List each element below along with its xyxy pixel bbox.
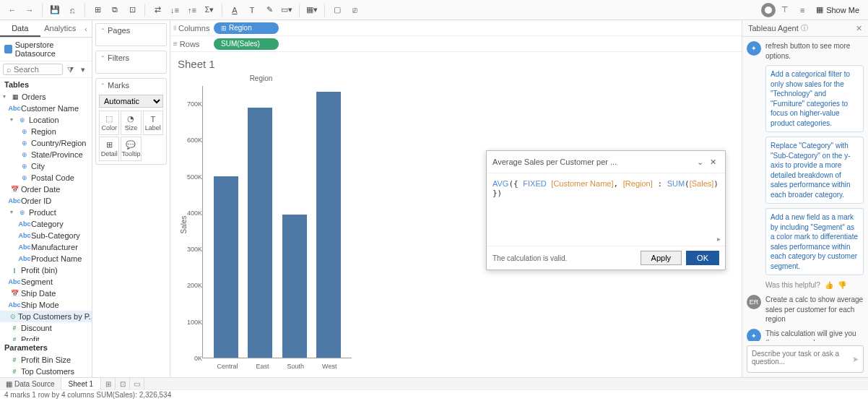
color-icon: ⬚ bbox=[105, 114, 113, 124]
show-me-button[interactable]: ▦ Show Me bbox=[812, 5, 864, 14]
calc-formula-editor[interactable]: AVG({ FIXED [Customer Name], [Region] : … bbox=[487, 173, 725, 246]
field-ship-mode[interactable]: AbcShip Mode bbox=[0, 299, 92, 311]
mark-detail-button[interactable]: ⊞Detail bbox=[99, 137, 119, 161]
field-order-id[interactable]: AbcOrder ID bbox=[0, 195, 92, 207]
field-discount[interactable]: #Discount bbox=[0, 322, 92, 334]
pages-label: Pages bbox=[108, 26, 130, 35]
labels-button[interactable]: ✎ bbox=[261, 2, 277, 18]
field-sub-category[interactable]: AbcSub-Category bbox=[0, 230, 92, 241]
presentation-button[interactable]: ▢ bbox=[329, 2, 345, 18]
field-product-name[interactable]: AbcProduct Name bbox=[0, 253, 92, 264]
share-button[interactable]: ⎚ bbox=[347, 2, 363, 18]
filters-card[interactable]: ⌃Filters bbox=[95, 51, 167, 74]
agent-input-box[interactable]: ➤ bbox=[747, 345, 864, 373]
search-input[interactable] bbox=[14, 65, 59, 74]
clear-button[interactable]: ⊡ bbox=[124, 2, 140, 18]
sort-asc-button[interactable]: ↓≡ bbox=[167, 2, 183, 18]
new-worksheet-tab-button[interactable]: ⊞ bbox=[101, 378, 116, 389]
collapse-left-pane[interactable]: ‹ bbox=[80, 20, 92, 37]
field-state-province[interactable]: ⊕State/Province bbox=[0, 149, 92, 160]
field-customer-name[interactable]: AbcCustomer Name bbox=[0, 103, 92, 114]
filter-fields-button[interactable]: ⧩ bbox=[64, 64, 76, 75]
field-postal-code[interactable]: ⊕Postal Code bbox=[0, 172, 92, 184]
bar-west[interactable] bbox=[316, 92, 341, 358]
helpful-label: Was this helpful? bbox=[765, 281, 820, 289]
field-region[interactable]: ⊕Region bbox=[0, 126, 92, 137]
mark-size-button[interactable]: ◔Size bbox=[121, 111, 141, 135]
columns-pill-region[interactable]: ⊞Region bbox=[214, 22, 279, 34]
agent-send-button[interactable]: ➤ bbox=[852, 355, 859, 364]
calc-expand-button[interactable]: ▸ bbox=[717, 235, 721, 243]
field-city[interactable]: ⊕City bbox=[0, 160, 92, 172]
field-manufacturer[interactable]: AbcManufacturer bbox=[0, 241, 92, 253]
thumbs-up-button[interactable]: 👍 bbox=[825, 281, 833, 289]
param-profit-bin-size[interactable]: #Profit Bin Size bbox=[0, 354, 92, 366]
mark-label-button[interactable]: TLabel bbox=[143, 111, 163, 135]
calc-ok-button[interactable]: OK bbox=[686, 251, 719, 265]
bar-south[interactable] bbox=[282, 215, 307, 358]
sheet-title[interactable]: Sheet 1 bbox=[170, 52, 742, 72]
new-worksheet-button[interactable]: ⊞ bbox=[90, 2, 105, 18]
totals-button[interactable]: Σ▾ bbox=[201, 2, 217, 18]
agent-suggestion-2[interactable]: Replace "Category" with "Sub-Category" o… bbox=[765, 137, 864, 204]
field-profit-bin[interactable]: ⫿Profit (bin) bbox=[0, 264, 92, 276]
calc-collapse-button[interactable]: ⌄ bbox=[693, 155, 706, 168]
agent-toolbar-icon[interactable] bbox=[761, 3, 776, 17]
fields-menu-button[interactable]: ▾ bbox=[77, 64, 89, 75]
field-product[interactable]: ▾⊕Product bbox=[0, 207, 92, 218]
back-button[interactable]: ← bbox=[4, 2, 20, 18]
sheet1-tab[interactable]: Sheet 1 bbox=[61, 378, 101, 389]
rows-shelf[interactable]: ≡Rows SUM(Sales) bbox=[170, 36, 742, 52]
worksheet-button[interactable]: ▦▾ bbox=[304, 2, 320, 18]
rows-pill-sum-sales[interactable]: SUM(Sales) bbox=[214, 38, 279, 50]
agent-close-button[interactable]: ✕ bbox=[856, 24, 862, 33]
param-top-customers[interactable]: #Top Customers bbox=[0, 366, 92, 377]
data-guide-button[interactable]: ⊤ bbox=[777, 2, 793, 18]
search-input-wrapper[interactable]: ⌕ bbox=[3, 64, 63, 75]
tab-data[interactable]: Data bbox=[0, 20, 40, 37]
alerts-button[interactable]: ≡ bbox=[794, 2, 810, 18]
format-button[interactable]: T bbox=[244, 2, 260, 18]
new-story-tab-button[interactable]: ▭ bbox=[130, 378, 144, 389]
swap-button[interactable]: ⇄ bbox=[149, 2, 165, 18]
agent-avatar-icon: ✦ bbox=[747, 41, 761, 56]
field-country-region[interactable]: ⊕Country/Region bbox=[0, 137, 92, 149]
field-category[interactable]: AbcCategory bbox=[0, 218, 92, 230]
data-source-tab[interactable]: ▦Data Source bbox=[0, 378, 61, 389]
columns-shelf[interactable]: ⦀Columns ⊞Region bbox=[170, 20, 742, 36]
calc-close-button[interactable]: ✕ bbox=[706, 155, 719, 168]
field-order-date[interactable]: 📅Order Date bbox=[0, 184, 92, 195]
chart-header: Region bbox=[170, 74, 352, 82]
marks-type-select[interactable]: Automatic bbox=[99, 95, 163, 108]
tab-analytics[interactable]: Analytics bbox=[40, 20, 81, 37]
calc-dialog-title: Average Sales per Customer per ... bbox=[492, 158, 693, 166]
tableau-agent-panel: Tableau Agent ⓘ ✕ ✦ refresh button to se… bbox=[742, 20, 868, 377]
agent-info-icon[interactable]: ⓘ bbox=[801, 23, 808, 33]
field-segment[interactable]: AbcSegment bbox=[0, 276, 92, 288]
datasource-row[interactable]: Superstore Datasource bbox=[0, 38, 92, 61]
bar-east[interactable] bbox=[248, 108, 272, 358]
field-location[interactable]: ▾⊕Location bbox=[0, 114, 92, 126]
table-orders[interactable]: ▾▦Orders bbox=[0, 91, 92, 103]
field-ship-date[interactable]: 📅Ship Date bbox=[0, 288, 92, 299]
pages-card[interactable]: ⌃Pages bbox=[95, 23, 167, 46]
new-dashboard-tab-button[interactable]: ⊡ bbox=[116, 378, 130, 389]
mark-tooltip-button[interactable]: 💬Tooltip bbox=[121, 137, 141, 161]
highlight-button[interactable]: A bbox=[227, 2, 243, 18]
fit-button[interactable]: ▭▾ bbox=[279, 2, 295, 18]
revert-button[interactable]: ⎌ bbox=[64, 2, 80, 18]
thumbs-down-button[interactable]: 👎 bbox=[838, 281, 846, 289]
field-top-customers[interactable]: ⊙Top Customers by P... bbox=[0, 311, 92, 322]
bar-central[interactable] bbox=[214, 176, 238, 358]
mark-color-button[interactable]: ⬚Color bbox=[99, 111, 119, 135]
duplicate-button[interactable]: ⧉ bbox=[107, 2, 123, 18]
pill-dimension-icon: ⊞ bbox=[221, 25, 227, 32]
agent-suggestion-3[interactable]: Add a new field as a mark by including "… bbox=[765, 208, 864, 275]
save-button[interactable]: 💾 bbox=[47, 2, 63, 18]
field-profit[interactable]: #Profit bbox=[0, 334, 92, 341]
sort-desc-button[interactable]: ↑≡ bbox=[184, 2, 200, 18]
forward-button[interactable]: → bbox=[22, 2, 38, 18]
agent-textarea[interactable] bbox=[752, 350, 849, 368]
agent-suggestion-1[interactable]: Add a categorical filter to only show sa… bbox=[765, 65, 864, 132]
calc-apply-button[interactable]: Apply bbox=[641, 251, 682, 265]
